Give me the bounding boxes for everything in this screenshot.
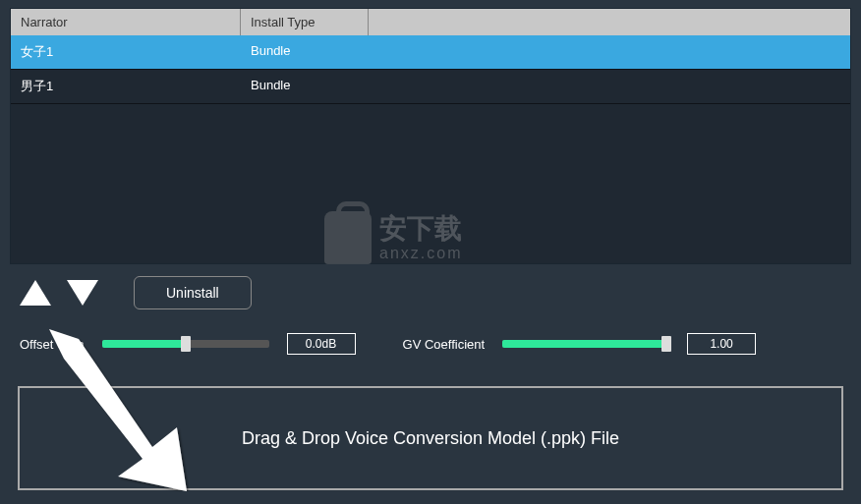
gv-coefficient-slider[interactable] bbox=[502, 340, 669, 348]
table-header: Narrator Install Type bbox=[11, 9, 850, 35]
sliders-row: Offset Gain 0.0dB GV Coefficient 1.00 bbox=[0, 319, 861, 368]
slider-fill bbox=[102, 340, 186, 348]
slider-fill bbox=[502, 340, 666, 348]
cell-narrator: 男子1 bbox=[11, 70, 241, 103]
table-row[interactable]: 女子1 Bundle bbox=[11, 35, 850, 70]
cell-narrator: 女子1 bbox=[11, 35, 241, 69]
slider-thumb[interactable] bbox=[661, 336, 671, 352]
slider-thumb[interactable] bbox=[181, 336, 191, 352]
move-down-button[interactable] bbox=[67, 280, 98, 306]
table-row[interactable]: 男子1 Bundle bbox=[11, 70, 850, 104]
uninstall-button[interactable]: Uninstall bbox=[134, 276, 252, 309]
column-header-spacer bbox=[369, 9, 850, 35]
offset-gain-label: Offset Gain bbox=[20, 337, 85, 352]
drop-zone-text: Drag & Drop Voice Conversion Model (.ppk… bbox=[242, 428, 619, 449]
offset-gain-value[interactable]: 0.0dB bbox=[287, 333, 356, 355]
cell-type: Bundle bbox=[241, 70, 369, 103]
gv-coefficient-label: GV Coefficient bbox=[403, 337, 486, 352]
drop-zone[interactable]: Drag & Drop Voice Conversion Model (.ppk… bbox=[18, 386, 843, 490]
narrator-table[interactable]: Narrator Install Type 女子1 Bundle 男子1 Bun… bbox=[10, 8, 851, 264]
move-up-button[interactable] bbox=[20, 280, 51, 306]
table-body: 女子1 Bundle 男子1 Bundle bbox=[11, 35, 850, 263]
column-header-narrator[interactable]: Narrator bbox=[11, 9, 241, 35]
cell-type: Bundle bbox=[241, 35, 369, 69]
gv-coefficient-value[interactable]: 1.00 bbox=[687, 333, 756, 355]
controls-row: Uninstall bbox=[0, 264, 861, 319]
column-header-install-type[interactable]: Install Type bbox=[241, 9, 369, 35]
offset-gain-slider[interactable] bbox=[102, 340, 269, 348]
